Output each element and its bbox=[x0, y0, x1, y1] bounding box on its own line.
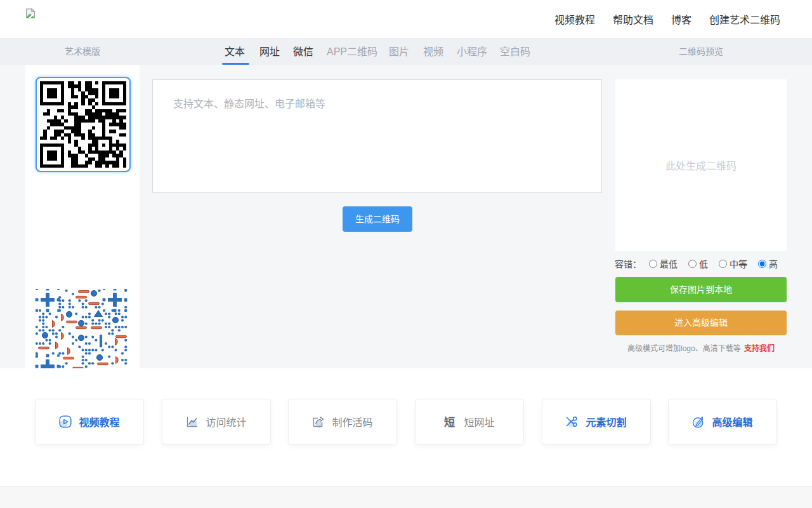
svg-text:短: 短 bbox=[444, 416, 455, 429]
